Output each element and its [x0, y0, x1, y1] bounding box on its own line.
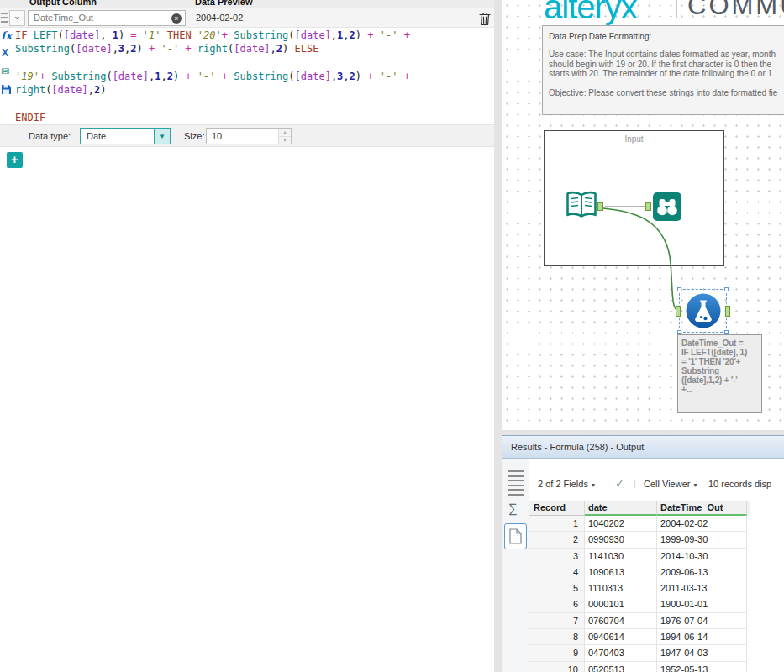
- editor-toolbar: fx X ✉: [0, 28, 13, 129]
- selection-handle[interactable]: [677, 287, 681, 291]
- comment-text-line: [549, 79, 784, 89]
- record-cell: 2: [529, 532, 585, 548]
- saved-expressions-icon[interactable]: ✉: [1, 66, 9, 77]
- input-data-icon: [565, 191, 598, 219]
- clear-field-icon[interactable]: ×: [171, 13, 182, 24]
- table-row[interactable]: 511103132011-03-13: [529, 580, 750, 596]
- alteryx-logo: alteryx: [544, 0, 637, 26]
- comment-text-line: Use case: The Input contains dates forma…: [549, 50, 784, 60]
- cell-viewer-label: Cell Viewer: [644, 479, 690, 489]
- comment-title: Data Prep Date Formatting:: [549, 32, 784, 41]
- formula-input-anchor[interactable]: [676, 306, 681, 317]
- collapse-expression-button[interactable]: ⌄: [9, 10, 25, 26]
- date-cell: 0000101: [585, 596, 657, 612]
- table-row[interactable]: 707607041976-07-04: [529, 613, 750, 629]
- size-value: 10: [207, 129, 278, 144]
- formula-expression-editor[interactable]: IF LEFT([date], 1) = '1' THEN '20'+ Subs…: [15, 29, 487, 124]
- datetime-out-cell: 1947-04-03: [657, 645, 747, 661]
- input-data-tool[interactable]: [565, 191, 598, 223]
- data-type-dropdown[interactable]: Date ▾: [80, 128, 171, 144]
- formula-flask-icon: [685, 292, 722, 329]
- fields-dropdown[interactable]: 2 of 2 Fields▾: [538, 479, 595, 489]
- annotation-text-line: Substring: [681, 366, 758, 375]
- date-cell: 0990930: [585, 532, 657, 548]
- table-row[interactable]: 410906132009-06-13: [529, 564, 750, 580]
- trash-icon: [478, 11, 492, 26]
- formula-code-line: '19'+ Substring([date],1,2) + '-' + Subs…: [15, 70, 487, 83]
- workflow-canvas[interactable]: alteryx COMMUN Data Prep Date Formatting…: [502, 0, 784, 430]
- results-table: Record date DateTime_Out 110402022004-02…: [529, 501, 750, 672]
- comment-text-line: should begin with 19 or 20. If the first…: [549, 60, 784, 70]
- selection-handle[interactable]: [724, 287, 729, 291]
- results-header-bar[interactable]: Results - Formula (258) - Output: [502, 436, 784, 459]
- chevron-down-icon: ⌄: [13, 10, 21, 22]
- annotation-text-line: = '1' THEN '20'+: [681, 357, 758, 366]
- comment-text-line: starts with 20. The remainder of the dat…: [549, 69, 784, 79]
- browse-icon: [653, 192, 681, 221]
- tool-annotation[interactable]: DateTime_Out =IF LEFT([date], 1)= '1' TH…: [677, 334, 762, 413]
- date-cell: 1141030: [585, 549, 657, 564]
- insert-column-icon[interactable]: X: [2, 47, 8, 59]
- datetime-out-column-header[interactable]: DateTime_Out: [657, 501, 747, 516]
- drag-grip-icon[interactable]: [1, 13, 8, 25]
- spinner-down-icon[interactable]: ▾: [279, 137, 291, 144]
- dropdown-caret-icon[interactable]: ▾: [154, 129, 170, 144]
- table-row[interactable]: 809406141994-06-14: [529, 629, 750, 645]
- datetime-out-cell: 2014-10-30: [657, 549, 747, 564]
- save-expression-icon[interactable]: [1, 83, 12, 98]
- record-cell: 9: [529, 645, 585, 661]
- output-column-value: DateTime_Out: [34, 13, 93, 23]
- formula-code-line: [15, 56, 487, 70]
- table-row[interactable]: 1005205131952-05-13: [529, 662, 750, 672]
- data-view-button-selected[interactable]: [504, 523, 527, 549]
- cell-viewer-dropdown[interactable]: Cell Viewer▾: [644, 479, 697, 489]
- table-row[interactable]: 600001011900-01-01: [529, 596, 750, 612]
- records-count-label: 10 records disp: [708, 479, 771, 489]
- record-cell: 8: [529, 629, 585, 645]
- alteryx-designer-screen: Output Column Data Preview ⌄ DateTime_Ou…: [0, 0, 784, 672]
- page-icon: [509, 528, 522, 544]
- record-cell: 7: [529, 613, 585, 629]
- table-row[interactable]: 110402022004-02-02: [529, 516, 750, 532]
- formula-configuration-panel: Output Column Data Preview ⌄ DateTime_Ou…: [0, 0, 494, 672]
- formula-code-line: IF LEFT([date], 1) = '1' THEN '20'+ Subs…: [15, 29, 487, 42]
- add-expression-button[interactable]: +: [7, 152, 23, 168]
- table-row[interactable]: 904704031947-04-03: [529, 645, 750, 661]
- logo-divider: [676, 0, 677, 18]
- datetime-out-cell: 1900-01-01: [657, 596, 747, 612]
- browse-tool[interactable]: [653, 192, 681, 224]
- fields-dropdown-label: 2 of 2 Fields: [538, 479, 588, 489]
- toolbar-separator: |: [634, 478, 636, 488]
- comment-tool[interactable]: Data Prep Date Formatting: Use case: The…: [542, 25, 784, 115]
- annotation-text-line: ([date],1,2) + '-': [681, 375, 758, 385]
- formula-output-anchor[interactable]: [725, 306, 730, 317]
- apply-check-icon[interactable]: ✓: [615, 477, 624, 490]
- formula-code-line: ENDIF: [15, 111, 487, 124]
- data-preview-value: 2004-02-02: [196, 13, 243, 23]
- input-anchor[interactable]: [645, 202, 651, 211]
- comment-text-line: Objective: Please convert these strings …: [549, 88, 784, 98]
- record-column-header[interactable]: Record: [529, 501, 585, 516]
- datetime-out-cell: 1999-09-30: [657, 532, 747, 548]
- delete-expression-button[interactable]: [478, 11, 492, 26]
- table-row[interactable]: 311410302014-10-30: [529, 549, 750, 564]
- container-label: Input: [545, 134, 723, 144]
- date-cell: 0760704: [585, 613, 657, 629]
- date-cell: 1090613: [585, 564, 657, 580]
- layout-view-icon[interactable]: [508, 470, 524, 498]
- output-anchor[interactable]: [597, 202, 603, 211]
- date-cell: 1110313: [585, 580, 657, 596]
- size-input[interactable]: 10 ▴ ▾: [206, 128, 292, 144]
- insert-function-icon[interactable]: fx: [1, 29, 12, 42]
- sigma-profile-icon[interactable]: ∑: [508, 501, 518, 515]
- output-column-header-label: Output Column: [29, 0, 97, 7]
- table-row[interactable]: 209909301999-09-30: [529, 532, 750, 548]
- data-type-value: Date: [81, 129, 154, 144]
- formula-tool[interactable]: [685, 292, 722, 333]
- spinner-up-icon[interactable]: ▴: [279, 129, 291, 137]
- date-column-header[interactable]: date: [585, 501, 657, 516]
- output-column-input[interactable]: DateTime_Out ×: [28, 10, 186, 26]
- formula-code-line: right([date],2): [15, 83, 487, 97]
- record-cell: 10: [529, 662, 585, 672]
- record-cell: 4: [529, 564, 585, 580]
